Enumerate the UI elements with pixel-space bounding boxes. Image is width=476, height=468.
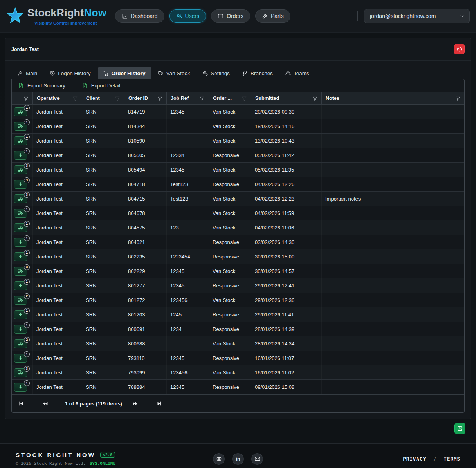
- table-row[interactable]: 3 Jordan Test SRN 804715 Test123 Van Sto…: [12, 192, 464, 206]
- cell-order-id: 802235: [124, 249, 167, 264]
- nav-divider: [357, 11, 358, 21]
- main-nav: Dashboard Users Orders Parts: [115, 9, 290, 23]
- filter-icon[interactable]: [157, 96, 162, 101]
- page-title: Jordan Test: [11, 47, 39, 52]
- cell-order-id: 804678: [124, 206, 167, 220]
- team-icon: [285, 70, 291, 76]
- filter-icon[interactable]: [115, 96, 120, 101]
- cart-icon: [103, 70, 109, 76]
- chart-icon: [122, 13, 128, 19]
- tab-teams[interactable]: Teams: [280, 67, 315, 79]
- export-summary-button[interactable]: Export Summary: [18, 83, 65, 89]
- table-row[interactable]: 3 Jordan Test SRN 805494 12345 Van Stock…: [12, 163, 464, 177]
- count-badge: 3: [24, 163, 30, 169]
- nav-orders[interactable]: Orders: [211, 9, 250, 23]
- fast-forward-icon: [132, 401, 138, 407]
- count-badge: 2: [24, 293, 30, 299]
- filter-icon[interactable]: [23, 96, 29, 101]
- table-row[interactable]: 3 Jordan Test SRN 793099 123456 Van Stoc…: [12, 365, 464, 380]
- cell-operative: Jordan Test: [33, 134, 82, 148]
- filter-icon[interactable]: [455, 96, 460, 101]
- tab-order-history[interactable]: Order History: [98, 67, 151, 79]
- cell-client: SRN: [82, 322, 124, 336]
- next-page-button[interactable]: [132, 399, 147, 408]
- table-row[interactable]: 1 Jordan Test SRN 788884 12345 Responsiv…: [12, 380, 464, 394]
- cell-client: SRN: [82, 235, 124, 249]
- table-row[interactable]: 2 Jordan Test SRN 800688 Van Stock 28/01…: [12, 336, 464, 351]
- user-account-dropdown[interactable]: jordan@stockrightnow.com: [364, 9, 470, 23]
- table-row[interactable]: 1 Jordan Test SRN 804678 Van Stock 04/02…: [12, 206, 464, 220]
- cell-order-id: 804575: [124, 220, 167, 235]
- save-button[interactable]: [454, 423, 465, 434]
- tab-logon-history[interactable]: Logon History: [44, 67, 96, 79]
- table-row[interactable]: 1 Jordan Test SRN 804575 123 Van Stock 0…: [12, 220, 464, 235]
- first-page-button[interactable]: [18, 399, 33, 408]
- nav-users[interactable]: Users: [169, 9, 206, 23]
- col-job-ref: Job Ref: [167, 92, 209, 104]
- col-notes: Notes: [322, 92, 464, 104]
- table-row[interactable]: 1 Jordan Test SRN 805505 12334 Responsiv…: [12, 148, 464, 163]
- cell-client: SRN: [82, 351, 124, 365]
- privacy-link[interactable]: PRIVACY: [403, 456, 426, 462]
- filter-icon[interactable]: [200, 96, 205, 101]
- filter-icon[interactable]: [242, 96, 247, 101]
- table-row[interactable]: 1 Jordan Test SRN 802235 1223454 Respons…: [12, 249, 464, 264]
- page-footer: STOCK RIGHT NOW v2.0 © 2026 Stock Right …: [0, 443, 476, 468]
- cell-job-ref: 12345: [167, 264, 209, 278]
- table-row[interactable]: 1 Jordan Test SRN 801277 12345 Responsiv…: [12, 278, 464, 293]
- previous-page-button[interactable]: [42, 399, 57, 408]
- table-row[interactable]: 3 Jordan Test SRN 804718 Test123 Respons…: [12, 177, 464, 192]
- cell-notes: [322, 105, 464, 119]
- cell-operative: Jordan Test: [33, 206, 82, 220]
- cell-operative: Jordan Test: [33, 163, 82, 177]
- cell-client: SRN: [82, 380, 124, 394]
- cell-order-id: 800691: [124, 322, 167, 336]
- table-row[interactable]: 1 Jordan Test SRN 800691 1234 Responsive…: [12, 322, 464, 336]
- close-button[interactable]: [454, 44, 465, 54]
- bolt-icon: 1: [14, 310, 27, 319]
- filter-icon[interactable]: [312, 96, 317, 101]
- cell-order-id: 801277: [124, 278, 167, 293]
- cell-order-type: Van Stock: [209, 365, 251, 379]
- table-row[interactable]: 2 Jordan Test SRN 801272 123456 Van Stoc…: [12, 293, 464, 307]
- cell-operative: Jordan Test: [33, 307, 82, 322]
- cell-notes: [322, 206, 464, 220]
- last-page-button[interactable]: [157, 399, 171, 408]
- export-detail-button[interactable]: Export Detail: [82, 83, 120, 89]
- tab-main[interactable]: Main: [12, 67, 43, 79]
- table-row[interactable]: 1 Jordan Test SRN 801203 1245 Responsive…: [12, 307, 464, 322]
- col-submitted: Submitted: [251, 92, 322, 104]
- cell-order-type: Van Stock: [209, 163, 251, 177]
- nav-dashboard[interactable]: Dashboard: [115, 9, 164, 23]
- filter-icon[interactable]: [73, 96, 78, 101]
- table-row[interactable]: 1 Jordan Test SRN 814344 Van Stock 19/02…: [12, 119, 464, 134]
- cell-submitted: 20/02/2026 09:39: [251, 105, 322, 119]
- count-badge: 1: [24, 206, 30, 212]
- table-row[interactable]: 3 Jordan Test SRN 802229 12345 Van Stock…: [12, 264, 464, 278]
- truck-icon: [158, 70, 164, 76]
- cell-notes: [322, 293, 464, 307]
- table-row[interactable]: 1 Jordan Test SRN 810590 Van Stock 13/02…: [12, 134, 464, 148]
- nav-parts[interactable]: Parts: [255, 9, 290, 23]
- cell-notes: [322, 148, 464, 162]
- social-links: in: [213, 453, 263, 465]
- tab-branches[interactable]: Branches: [237, 67, 278, 79]
- table-row[interactable]: 1 Jordan Test SRN 814719 12345 Van Stock…: [12, 105, 464, 119]
- cell-job-ref: 123456: [167, 365, 209, 379]
- col-client: Client: [82, 92, 124, 104]
- table-row[interactable]: 1 Jordan Test SRN 804021 Responsive 03/0…: [12, 235, 464, 249]
- email-button[interactable]: [251, 453, 263, 465]
- cell-operative: Jordan Test: [33, 119, 82, 133]
- cell-order-id: 810590: [124, 134, 167, 148]
- tab-settings[interactable]: Settings: [197, 67, 235, 79]
- terms-link[interactable]: TERMS: [444, 456, 460, 462]
- website-button[interactable]: [213, 453, 225, 465]
- table-row[interactable]: 1 Jordan Test SRN 793110 12345 Responsiv…: [12, 351, 464, 365]
- cell-operative: Jordan Test: [33, 293, 82, 307]
- cell-client: SRN: [82, 148, 124, 162]
- tab-van-stock[interactable]: Van Stock: [153, 67, 196, 79]
- brand-logo[interactable]: StockRightNow Visibility Control Improve…: [6, 7, 106, 25]
- cell-submitted: 05/02/2026 11:42: [251, 148, 322, 162]
- cell-client: SRN: [82, 177, 124, 191]
- linkedin-button[interactable]: in: [232, 453, 244, 465]
